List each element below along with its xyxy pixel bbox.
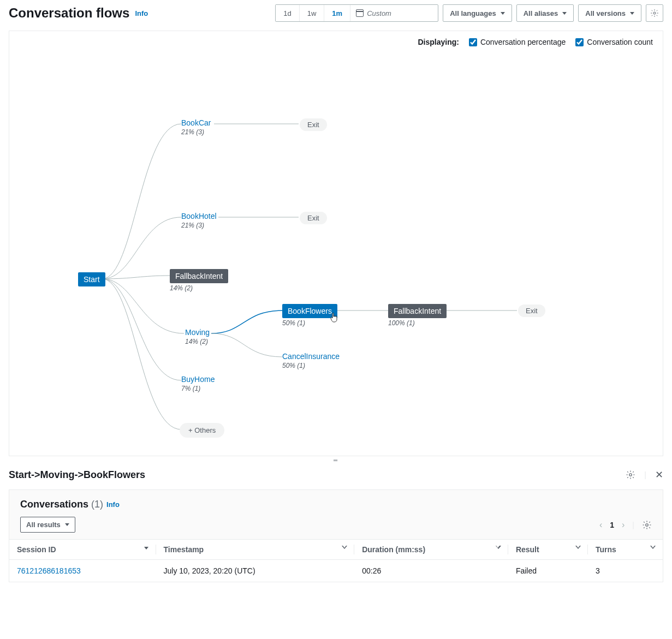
page-title: Conversation flows bbox=[9, 5, 129, 21]
sort-icon bbox=[651, 547, 655, 550]
page-number: 1 bbox=[610, 521, 614, 529]
gear-icon bbox=[650, 9, 659, 17]
next-page-button[interactable]: › bbox=[622, 520, 625, 530]
caret-down-icon bbox=[630, 12, 634, 15]
caret-down-icon bbox=[562, 12, 567, 15]
exit-node[interactable]: Exit bbox=[518, 304, 545, 317]
col-timestamp[interactable]: Timestamp bbox=[156, 540, 355, 560]
versions-dropdown[interactable]: All versions bbox=[578, 4, 641, 22]
col-duration[interactable]: Duration (mm:ss) bbox=[354, 540, 508, 560]
close-icon[interactable]: ✕ bbox=[655, 469, 663, 481]
exit-node[interactable]: Exit bbox=[300, 118, 327, 131]
col-session-id[interactable]: Session ID bbox=[9, 540, 156, 560]
aliases-dropdown[interactable]: All aliases bbox=[516, 4, 574, 22]
time-range-1d[interactable]: 1d bbox=[276, 5, 299, 21]
sort-icon bbox=[576, 547, 580, 550]
sort-icon bbox=[342, 547, 347, 550]
conversations-table: Session ID Timestamp Duration (mm:ss) Re… bbox=[9, 539, 663, 582]
custom-date-input[interactable]: Custom bbox=[350, 5, 438, 21]
gear-icon[interactable] bbox=[642, 520, 652, 530]
node-bookflowers[interactable]: BookFlowers 50% (1) bbox=[282, 304, 337, 327]
caret-down-icon bbox=[501, 12, 505, 15]
calendar-icon bbox=[356, 9, 364, 17]
cell-result: Failed bbox=[508, 560, 588, 582]
info-link[interactable]: Info bbox=[135, 9, 148, 17]
sort-icon bbox=[144, 547, 148, 550]
pagination: ‹ 1 › | bbox=[599, 520, 652, 530]
cell-duration: 00:26 bbox=[354, 560, 508, 582]
exit-node[interactable]: Exit bbox=[300, 212, 327, 224]
session-id-link[interactable]: 761212686181653 bbox=[17, 566, 81, 575]
node-bookcar[interactable]: BookCar 21% (3) bbox=[181, 118, 211, 136]
flow-canvas: Displaying: Conversation percentage Conv… bbox=[9, 31, 663, 456]
time-range-1w[interactable]: 1w bbox=[300, 5, 325, 21]
prev-page-button[interactable]: ‹ bbox=[599, 520, 602, 530]
node-others[interactable]: + Others bbox=[180, 423, 224, 438]
svg-point-2 bbox=[646, 523, 649, 526]
node-bookhotel[interactable]: BookHotel 21% (3) bbox=[181, 212, 217, 229]
col-turns[interactable]: Turns bbox=[588, 540, 663, 560]
svg-point-1 bbox=[629, 474, 632, 476]
results-filter-dropdown[interactable]: All results bbox=[20, 517, 75, 533]
conversations-card: Conversations (1) Info All results ‹ 1 ›… bbox=[9, 489, 663, 582]
caret-down-icon bbox=[65, 523, 69, 526]
table-row: 761212686181653 July 10, 2023, 20:20 (UT… bbox=[9, 560, 663, 582]
node-cancelinsurance[interactable]: CancelInsurance 50% (1) bbox=[282, 352, 340, 369]
settings-button[interactable] bbox=[646, 4, 663, 22]
flow-edges bbox=[9, 31, 663, 456]
breadcrumb-path: Start->Moving->BookFlowers bbox=[9, 469, 145, 481]
conversations-title: Conversations (1) bbox=[20, 499, 103, 510]
node-fallback[interactable]: FallbackIntent 14% (2) bbox=[170, 269, 228, 292]
panel-drag-handle[interactable]: ═ bbox=[0, 456, 672, 464]
svg-point-0 bbox=[653, 12, 656, 14]
node-start[interactable]: Start bbox=[78, 272, 105, 286]
time-range-1m[interactable]: 1m bbox=[324, 5, 350, 21]
node-moving[interactable]: Moving 14% (2) bbox=[185, 328, 210, 345]
time-range-selector: 1d 1w 1m Custom bbox=[275, 4, 438, 22]
node-fallback-2[interactable]: FallbackIntent 100% (1) bbox=[388, 304, 447, 327]
col-result[interactable]: Result bbox=[508, 540, 588, 560]
custom-date-placeholder: Custom bbox=[367, 9, 391, 17]
languages-dropdown[interactable]: All languages bbox=[443, 4, 512, 22]
cell-turns: 3 bbox=[588, 560, 663, 582]
sort-icon bbox=[496, 547, 501, 550]
cell-timestamp: July 10, 2023, 20:20 (UTC) bbox=[156, 560, 355, 582]
info-link[interactable]: Info bbox=[106, 500, 120, 509]
gear-icon[interactable] bbox=[626, 470, 635, 480]
node-buyhome[interactable]: BuyHome 7% (1) bbox=[181, 375, 215, 392]
